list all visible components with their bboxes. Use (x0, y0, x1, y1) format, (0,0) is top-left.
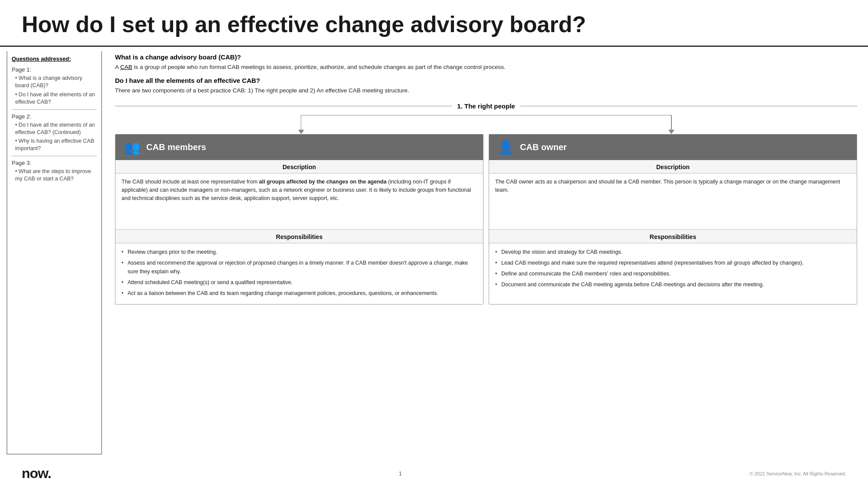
sidebar-page1-label: Page 1: (12, 66, 97, 73)
left-arrow-v (301, 115, 302, 131)
divider-left (115, 106, 452, 106)
footer-page-number: 1 (399, 470, 402, 477)
cards-layout: 👥 CAB members Description The CAB should… (115, 134, 857, 305)
cab-members-resp-4: Act as a liaison between the CAB and its… (122, 289, 477, 298)
cab-members-responsibilities-title: Responsibilities (115, 230, 483, 243)
sidebar-page3-label: Page 3: (12, 160, 97, 166)
sidebar-item-2: Do I have all the elements of an effecti… (15, 91, 97, 106)
q1-pre: A (115, 64, 120, 70)
main-content: What is a change advisory board (CAB)? A… (102, 47, 868, 459)
cab-owner-icon: 👤 (498, 140, 514, 155)
question2-title: Do I have all the elements of an effecti… (115, 77, 857, 84)
cab-owner-resp-4: Document and communicate the CAB meeting… (495, 280, 851, 289)
cab-owner-card: 👤 CAB owner Description The CAB owner ac… (489, 134, 857, 305)
sidebar-divider-2 (12, 156, 97, 156)
cab-members-resp-1: Review changes prior to the meeting. (122, 248, 477, 256)
cab-owner-label: CAB owner (520, 142, 567, 152)
section-title: 1. The right people (457, 102, 515, 110)
body-layout: Questions addressed: Page 1: What is a c… (0, 47, 868, 459)
cab-owner-resp-2: Lead CAB meetings and make sure the requ… (495, 259, 851, 267)
cab-members-card: 👥 CAB members Description The CAB should… (115, 134, 483, 305)
cab-members-responsibilities-list: Review changes prior to the meeting. Ass… (122, 248, 477, 298)
cab-owner-responsibilities-title: Responsibilities (489, 230, 857, 243)
cab-owner-responsibilities-list: Develop the vision and strategy for CAB … (495, 248, 851, 289)
cab-owner-header: 👤 CAB owner (489, 134, 857, 160)
cab-owner-resp-1: Develop the vision and strategy for CAB … (495, 248, 851, 256)
page-container: How do I set up an effective change advi… (0, 0, 868, 488)
cab-link[interactable]: CAB (120, 64, 132, 70)
cab-members-header: 👥 CAB members (115, 134, 483, 160)
question1-title: What is a change advisory board (CAB)? (115, 53, 857, 61)
cab-members-description-body: The CAB should include at least one repr… (115, 174, 483, 230)
top-h-line (301, 115, 672, 116)
q1-post: is a group of people who run formal CAB … (132, 64, 506, 70)
footer-logo: now. (22, 465, 51, 481)
sidebar-item-5: What are the steps to improve my CAB or … (15, 168, 97, 183)
cab-owner-description-title: Description (489, 160, 857, 174)
sidebar-item-1: What is a change advisory board (CAB)? (15, 75, 97, 89)
cab-owner-responsibilities: Develop the vision and strategy for CAB … (489, 243, 857, 295)
divider-right (520, 106, 857, 106)
sidebar-item-4: Why is having an effective CAB important… (15, 138, 97, 152)
cab-members-resp-3: Attend scheduled CAB meeting(s) or send … (122, 278, 477, 287)
left-arrow-tip (298, 130, 304, 134)
cab-owner-resp-3: Define and communicate the CAB members' … (495, 269, 851, 278)
cab-owner-description-body: The CAB owner acts as a chairperson and … (489, 174, 857, 230)
cab-members-icon: 👥 (124, 140, 140, 155)
sidebar-item-3: Do I have all the elements of an effecti… (15, 121, 97, 136)
right-arrow-tip (668, 130, 674, 134)
page-footer: now. 1 © 2021 ServiceNow, Inc. All Right… (0, 465, 868, 481)
sidebar: Questions addressed: Page 1: What is a c… (7, 51, 102, 455)
cab-members-label: CAB members (146, 142, 206, 152)
section-divider: 1. The right people (115, 102, 857, 110)
arrow-area (115, 115, 857, 134)
question2-body: There are two components of a best pract… (115, 86, 857, 95)
cab-members-resp-2: Assess and recommend the approval or rej… (122, 259, 477, 276)
page-title: How do I set up an effective change advi… (0, 0, 868, 47)
right-arrow-v (671, 115, 672, 131)
cab-members-responsibilities: Review changes prior to the meeting. Ass… (115, 243, 483, 304)
footer-copyright: © 2021 ServiceNow, Inc. All Rights Reser… (750, 471, 846, 476)
sidebar-divider-1 (12, 109, 97, 110)
sidebar-header: Questions addressed: (12, 56, 97, 62)
cab-members-description-title: Description (115, 160, 483, 174)
sidebar-page2-label: Page 2: (12, 113, 97, 120)
question1-body: A CAB is a group of people who run forma… (115, 63, 857, 72)
